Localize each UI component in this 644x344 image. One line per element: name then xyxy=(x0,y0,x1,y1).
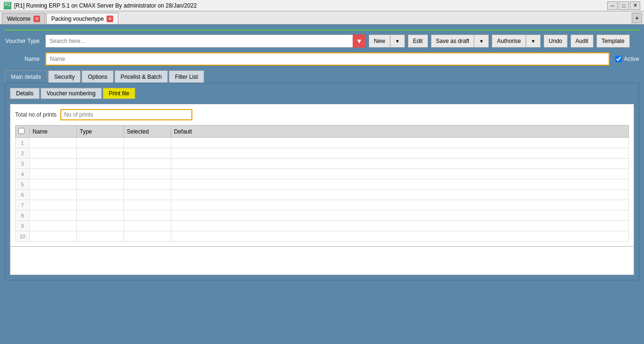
table-row[interactable]: 4 xyxy=(16,169,629,179)
voucher-type-search[interactable] xyxy=(45,34,366,48)
total-prints-row: Total no.of prints xyxy=(15,109,629,120)
row-selected-cell xyxy=(124,159,171,169)
row-num-cell: 9 xyxy=(16,221,30,231)
sub-tab-print-file[interactable]: Print file xyxy=(103,88,135,99)
row-type-cell xyxy=(77,210,124,221)
sub-tab-details[interactable]: Details xyxy=(10,88,40,99)
tab-add-button[interactable]: + xyxy=(632,13,642,23)
row-name-cell xyxy=(30,221,77,231)
sub-tab-print-file-label: Print file xyxy=(109,90,129,97)
row-selected-cell xyxy=(124,231,171,242)
row-num-cell: 5 xyxy=(16,179,30,190)
save-as-draft-dropdown-btn[interactable]: ▼ xyxy=(474,34,489,48)
authorise-dropdown-btn[interactable]: ▼ xyxy=(526,34,541,48)
col-header-selected: Selected xyxy=(124,126,171,138)
row-name-cell xyxy=(30,148,77,159)
col-header-name: Name xyxy=(30,126,77,138)
tab-packing-close[interactable]: ✕ xyxy=(107,16,113,22)
total-prints-label: Total no.of prints xyxy=(15,111,57,118)
table-row[interactable]: 1 xyxy=(16,138,629,148)
tab-welcome-close[interactable]: ✕ xyxy=(33,16,40,22)
new-dropdown-btn[interactable]: ▼ xyxy=(390,34,405,48)
toolbar: Voucher Type ▼ New ▼ Edit Save as draft … xyxy=(5,34,639,48)
table-row[interactable]: 5 xyxy=(16,179,629,190)
row-num-cell: 1 xyxy=(16,138,30,148)
row-default-cell xyxy=(171,179,629,190)
table-row[interactable]: 7 xyxy=(16,200,629,210)
restore-button[interactable]: □ xyxy=(619,1,629,10)
row-type-cell xyxy=(77,148,124,159)
row-type-cell xyxy=(77,190,124,200)
row-selected-cell xyxy=(124,200,171,210)
tab-welcome-label: Welcome xyxy=(7,16,31,22)
tab-packing[interactable]: Packing vouchertype ✕ xyxy=(46,13,118,24)
audit-button[interactable]: Audit xyxy=(570,34,594,48)
total-prints-input[interactable] xyxy=(60,109,192,120)
row-type-cell xyxy=(77,138,124,148)
row-selected-cell xyxy=(124,221,171,231)
table-row[interactable]: 8 xyxy=(16,210,629,221)
print-file-area: Total no.of prints Name Type Selected De… xyxy=(10,104,634,247)
row-name-cell xyxy=(30,190,77,200)
template-button[interactable]: Template xyxy=(596,34,630,48)
authorise-button[interactable]: Authorise xyxy=(492,34,526,48)
tab-packing-label: Packing vouchertype xyxy=(51,16,104,22)
row-num-cell: 10 xyxy=(16,231,30,242)
row-default-cell xyxy=(171,200,629,210)
sub-tab-voucher-numbering[interactable]: Voucher numbering xyxy=(41,88,102,99)
row-default-cell xyxy=(171,169,629,179)
row-name-cell xyxy=(30,179,77,190)
sub-content: Details Voucher numbering Print file Tot… xyxy=(5,83,639,280)
tab-security[interactable]: Security xyxy=(48,70,81,83)
row-default-cell xyxy=(171,221,629,231)
row-default-cell xyxy=(171,210,629,221)
row-num-cell: 6 xyxy=(16,190,30,200)
table-row[interactable]: 9 xyxy=(16,221,629,231)
select-all-checkbox[interactable] xyxy=(18,128,25,134)
edit-button[interactable]: Edit xyxy=(408,34,428,48)
row-name-cell xyxy=(30,159,77,169)
table-row[interactable]: 6 xyxy=(16,190,629,200)
tab-filter[interactable]: Filter List xyxy=(169,70,204,83)
new-button[interactable]: New xyxy=(369,34,390,48)
authorise-group: Authorise ▼ xyxy=(492,34,541,48)
main-tabs: Main details Security Options Pricelist … xyxy=(5,70,639,83)
sub-tab-voucher-numbering-label: Voucher numbering xyxy=(47,90,96,97)
row-name-cell xyxy=(30,210,77,221)
row-default-cell xyxy=(171,231,629,242)
name-input[interactable] xyxy=(45,52,610,66)
tab-options[interactable]: Options xyxy=(82,70,113,83)
table-row[interactable]: 2 xyxy=(16,148,629,159)
row-num-cell: 7 xyxy=(16,200,30,210)
sub-tabs: Details Voucher numbering Print file xyxy=(10,88,634,99)
minimize-button[interactable]: ─ xyxy=(607,1,618,10)
row-num-cell: 3 xyxy=(16,159,30,169)
table-row[interactable]: 3 xyxy=(16,159,629,169)
row-selected-cell xyxy=(124,190,171,200)
row-name-cell xyxy=(30,138,77,148)
voucher-type-label: Voucher Type xyxy=(5,38,42,44)
title-text: [R1] Running ERP 5.1 on CMAX Server By a… xyxy=(14,2,197,9)
save-as-draft-button[interactable]: Save as draft xyxy=(431,34,474,48)
row-type-cell xyxy=(77,200,124,210)
row-default-cell xyxy=(171,159,629,169)
row-name-cell xyxy=(30,200,77,210)
tab-main-details-label: Main details xyxy=(11,74,41,80)
tab-options-label: Options xyxy=(88,74,107,80)
row-selected-cell xyxy=(124,179,171,190)
row-selected-cell xyxy=(124,169,171,179)
search-dropdown-btn[interactable]: ▼ xyxy=(353,34,366,48)
tab-main-details[interactable]: Main details xyxy=(5,70,47,83)
tab-pricelist-label: Pricelist & Batch xyxy=(121,74,162,80)
print-file-table: Name Type Selected Default 1 2 3 xyxy=(15,125,629,242)
table-row[interactable]: 10 xyxy=(16,231,629,242)
close-button[interactable]: ✕ xyxy=(630,1,640,10)
tab-filter-label: Filter List xyxy=(175,74,198,80)
active-checkbox[interactable] xyxy=(615,56,622,62)
tab-welcome[interactable]: Welcome ✕ xyxy=(2,13,45,24)
tab-pricelist[interactable]: Pricelist & Batch xyxy=(115,70,168,83)
row-selected-cell xyxy=(124,138,171,148)
undo-button[interactable]: Undo xyxy=(544,34,568,48)
main-content: Voucher Type ▼ New ▼ Edit Save as draft … xyxy=(0,25,644,344)
name-row: Name Active xyxy=(5,52,639,66)
